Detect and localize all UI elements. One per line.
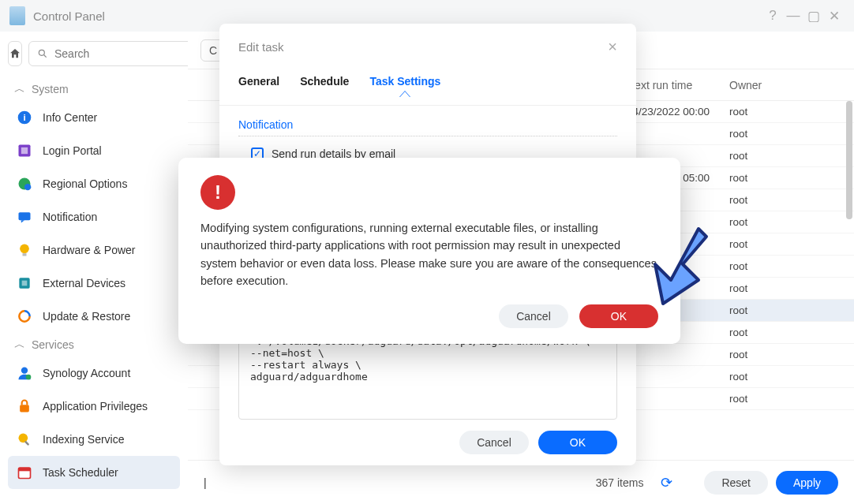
svg-rect-8: [19, 212, 31, 220]
warning-dialog: ! Modifying system configurations, runni…: [178, 158, 680, 344]
col-owner[interactable]: Owner: [729, 79, 841, 91]
svg-rect-11: [23, 253, 27, 256]
warning-icon: !: [200, 175, 235, 210]
cell-owner: root: [729, 349, 841, 360]
sidebar-item-update-restore[interactable]: Update & Restore: [8, 300, 180, 333]
sidebar-item-info-center[interactable]: iInfo Center: [8, 101, 180, 134]
sidebar-item-notification[interactable]: Notification: [8, 200, 180, 233]
refresh-icon: [17, 308, 32, 324]
sidebar-item-label: External Devices: [43, 277, 125, 289]
refresh-button[interactable]: ⟳: [661, 474, 672, 491]
minimize-icon[interactable]: —: [783, 6, 803, 26]
sidebar-item-synology-account[interactable]: Synology Account: [8, 357, 180, 390]
tab-general[interactable]: General: [238, 70, 279, 97]
search-input[interactable]: [54, 47, 188, 60]
modal-cancel-button[interactable]: Cancel: [459, 431, 529, 454]
cell-owner: root: [729, 371, 841, 383]
tab-schedule[interactable]: Schedule: [300, 70, 349, 97]
cell-owner: root: [729, 172, 841, 184]
svg-point-14: [21, 368, 28, 374]
lock-icon: [17, 398, 32, 414]
sidebar-item-login-portal[interactable]: Login Portal: [8, 134, 180, 167]
device-icon: [17, 275, 32, 291]
svg-rect-5: [21, 147, 28, 154]
globe-icon: [17, 176, 32, 192]
sidebar-item-label: Hardware & Power: [43, 244, 136, 256]
svg-line-1: [44, 55, 47, 58]
scrollbar[interactable]: [846, 101, 852, 219]
section-system[interactable]: ︿ System: [8, 77, 180, 101]
svg-rect-18: [24, 441, 29, 446]
section-label: Services: [32, 338, 74, 351]
maximize-icon[interactable]: ▢: [803, 6, 824, 26]
apply-button[interactable]: Apply: [776, 471, 838, 495]
window-title: Control Panel: [33, 9, 105, 23]
sidebar-item-label: Indexing Service: [43, 433, 125, 446]
cell-runtime: 04/23/2022 00:00: [627, 106, 729, 118]
chevron-up-icon: ︿: [14, 82, 25, 96]
modal-tabs: General Schedule Task Settings: [219, 70, 636, 106]
tab-task-settings[interactable]: Task Settings: [369, 70, 440, 97]
sidebar-item-label: Login Portal: [43, 144, 102, 157]
search-box[interactable]: [28, 41, 188, 66]
annotation-arrow: [631, 221, 718, 318]
svg-point-0: [39, 50, 44, 55]
footer: | 367 items ⟳ Reset Apply: [188, 460, 854, 504]
help-icon[interactable]: ?: [762, 6, 783, 26]
info-icon: i: [17, 110, 32, 125]
sidebar-item-label: Notification: [43, 211, 97, 223]
sidebar-item-external-devices[interactable]: External Devices: [8, 267, 180, 300]
calendar-icon: [17, 465, 32, 480]
svg-point-15: [26, 375, 32, 380]
cell-owner: root: [729, 327, 841, 338]
home-button[interactable]: [8, 41, 22, 66]
close-icon[interactable]: ✕: [824, 6, 845, 26]
svg-point-17: [19, 434, 28, 443]
sidebar-item-label: Info Center: [43, 111, 97, 124]
sidebar-item-regional-options[interactable]: Regional Options: [8, 167, 180, 200]
notification-section: Notification: [238, 118, 617, 136]
svg-marker-9: [21, 220, 24, 222]
cell-owner: root: [729, 260, 841, 272]
modal-ok-button[interactable]: OK: [538, 431, 617, 454]
modal-title: Edit task: [238, 40, 284, 54]
svg-text:i: i: [23, 112, 25, 122]
col-next-run[interactable]: Next run time: [627, 79, 729, 91]
chat-icon: [17, 209, 32, 225]
sidebar: ︿ System iInfo Center Login Portal Regio…: [0, 32, 188, 504]
sidebar-item-label: Application Privileges: [43, 400, 148, 413]
sidebar-item-task-scheduler[interactable]: Task Scheduler: [8, 456, 180, 489]
search-icon: [37, 48, 48, 59]
reset-button[interactable]: Reset: [704, 471, 768, 495]
sidebar-item-application-privileges[interactable]: Application Privileges: [8, 390, 180, 423]
cell-owner: root: [729, 106, 841, 118]
sidebar-item-label: Task Scheduler: [43, 466, 118, 479]
sidebar-item-hardware-power[interactable]: Hardware & Power: [8, 233, 180, 267]
bulb-icon: [17, 242, 32, 258]
home-icon: [9, 47, 21, 60]
cell-owner: root: [729, 150, 841, 162]
modal-close-button[interactable]: ×: [608, 38, 617, 56]
svg-rect-20: [19, 468, 31, 471]
sidebar-item-label: Update & Restore: [43, 310, 130, 323]
cell-owner: root: [729, 304, 841, 316]
control-panel-icon: [9, 6, 25, 25]
cell-owner: root: [729, 282, 841, 294]
warn-cancel-button[interactable]: Cancel: [499, 304, 568, 328]
section-label: System: [32, 83, 69, 95]
cell-owner: root: [729, 128, 841, 140]
sidebar-item-label: Regional Options: [43, 177, 127, 190]
svg-point-10: [20, 245, 29, 254]
portal-icon: [17, 143, 32, 159]
sidebar-item-indexing-service[interactable]: Indexing Service: [8, 423, 180, 456]
cell-owner: root: [729, 216, 841, 228]
item-count: 367 items: [596, 476, 644, 489]
section-services[interactable]: ︿ Services: [8, 333, 180, 357]
chevron-up-icon: ︿: [14, 338, 25, 352]
sidebar-item-label: Synology Account: [43, 367, 130, 379]
account-icon: [17, 365, 32, 381]
svg-rect-16: [20, 405, 29, 412]
svg-rect-13: [22, 281, 28, 286]
index-icon: [17, 431, 32, 447]
cell-owner: root: [729, 238, 841, 250]
